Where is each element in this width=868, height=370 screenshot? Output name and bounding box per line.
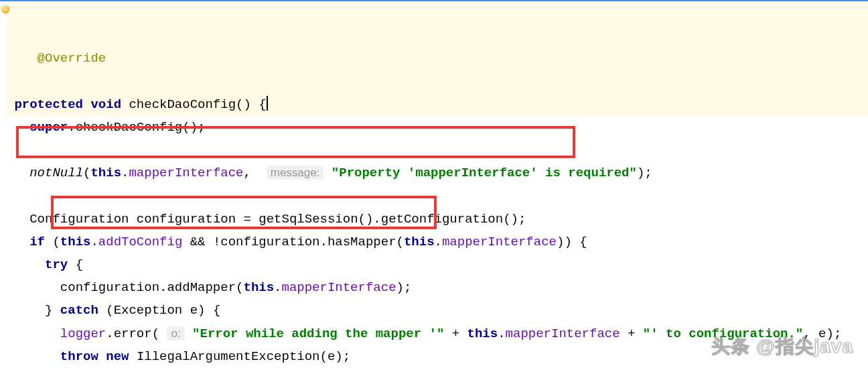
text-cursor	[267, 96, 268, 111]
text: .checkDaoConfig();	[68, 120, 205, 135]
field-ref: addToConfig	[98, 235, 182, 249]
text: =	[244, 212, 259, 227]
watermark-text: 头条 @指尖java	[711, 330, 853, 363]
code-line-blank	[7, 139, 868, 162]
text: +	[620, 326, 643, 341]
keyword-catch: catch	[60, 303, 98, 318]
field-ref: mapperInterface	[129, 166, 243, 180]
keyword-new: new	[106, 349, 129, 364]
string-literal: "Property 'mapperInterface' is required"	[332, 166, 637, 180]
text: +	[444, 326, 467, 341]
text: .	[121, 166, 129, 180]
code-line: try {	[7, 253, 868, 276]
text: ,	[244, 166, 267, 180]
text: (Exception e) {	[106, 303, 220, 318]
code-line: if (this.addToConfig && !configuration.h…	[7, 231, 868, 253]
keyword-void: void	[90, 97, 121, 112]
code-line-blank	[7, 185, 868, 208]
keyword-super: super	[29, 120, 68, 135]
text: );	[396, 280, 412, 295]
text: .	[274, 280, 281, 295]
text: (	[52, 235, 60, 249]
method-name: checkDaoConfig	[129, 97, 236, 112]
inlay-hint: o:	[167, 326, 184, 341]
override-gutter-icon[interactable]	[1, 5, 9, 13]
keyword-this: this	[90, 166, 121, 180]
keyword-if: if	[29, 235, 45, 249]
code-line: notNull(this.mapperInterface, message: "…	[7, 162, 868, 184]
code-line: } catch (Exception e) {	[7, 299, 868, 322]
keyword-throw: throw	[60, 349, 98, 364]
method-call: notNull	[29, 166, 83, 180]
keyword-this: this	[467, 326, 498, 341]
text: )) {	[557, 235, 587, 249]
text: .	[435, 235, 442, 249]
code-line: Configuration configuration = getSqlSess…	[7, 208, 868, 231]
keyword-this: this	[243, 280, 274, 295]
code-line: super.checkDaoConfig();	[7, 116, 868, 139]
exception-name: IllegalArgumentException(e);	[137, 349, 350, 364]
field-ref: logger	[60, 326, 106, 341]
text: }	[45, 303, 60, 318]
code-line: configuration.addMapper(this.mapperInter…	[7, 276, 868, 299]
text: .error(	[106, 326, 159, 341]
var-name: configuration	[137, 212, 236, 227]
text: (	[83, 166, 90, 180]
text: .	[90, 235, 98, 249]
text: {	[76, 257, 83, 272]
annotation-override: @Override	[38, 51, 106, 66]
keyword-protected: protected	[14, 97, 83, 112]
keyword-this: this	[60, 235, 91, 249]
code-line: protected void checkDaoConfig() {	[7, 93, 868, 116]
field-ref: mapperInterface	[442, 235, 557, 249]
method-call: getSqlSession().getConfiguration();	[259, 212, 526, 227]
code-line: @Override	[7, 1, 868, 93]
text: () {	[236, 97, 267, 112]
text: );	[637, 166, 652, 180]
keyword-try: try	[45, 257, 68, 272]
text: .	[498, 326, 505, 341]
text: && !configuration.hasMapper(	[182, 235, 404, 249]
method-call: configuration.addMapper(	[60, 280, 244, 295]
string-text: "Property 'mapperInterface' is required"	[332, 166, 637, 180]
string-literal: "Error while adding the mapper '"	[192, 326, 444, 341]
field-ref: mapperInterface	[506, 326, 620, 341]
keyword-this: this	[404, 235, 435, 249]
type-name: Configuration	[29, 212, 129, 227]
code-editor[interactable]: @Override protected void checkDaoConfig(…	[0, 1, 868, 370]
field-ref: mapperInterface	[282, 280, 396, 295]
inlay-hint: message:	[267, 166, 324, 180]
